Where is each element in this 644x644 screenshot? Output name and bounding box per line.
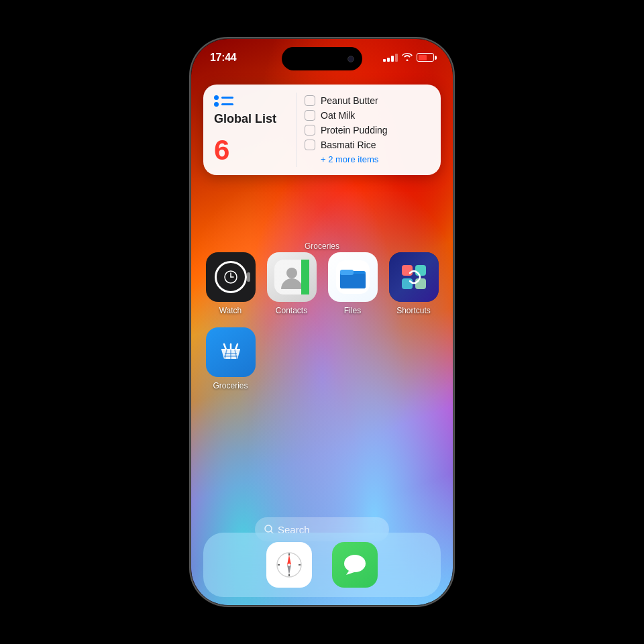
svg-point-36	[344, 555, 366, 572]
status-time: 17:44	[210, 52, 236, 64]
item-label-3: Protein Pudding	[321, 125, 388, 136]
checkbox-3[interactable]	[305, 125, 315, 136]
widget-category-label: Groceries	[305, 241, 339, 251]
app-grid-row1: Watch	[203, 252, 441, 315]
app-shortcuts[interactable]: Shortcuts	[386, 252, 441, 315]
svg-line-17	[224, 344, 226, 350]
app-grid-row2: Groceries	[203, 327, 441, 390]
widget-item-3: Protein Pudding	[305, 125, 430, 136]
contacts-icon	[267, 252, 317, 302]
widget-item-2: Oat Milk	[305, 110, 430, 121]
phone-screen: 17:44	[191, 39, 453, 605]
camera-dot	[347, 56, 354, 62]
svg-rect-15	[415, 278, 426, 289]
svg-rect-12	[402, 265, 413, 276]
widget-divider	[296, 93, 297, 167]
contacts-label: Contacts	[276, 306, 307, 315]
svg-rect-13	[415, 265, 426, 276]
widget-left-panel: Global List 6	[214, 95, 288, 164]
safari-icon	[266, 542, 312, 588]
widget-item-4: Basmati Rice	[305, 140, 430, 150]
svg-rect-6	[301, 260, 309, 294]
groceries-label: Groceries	[213, 381, 248, 390]
widget-right-panel: Peanut Butter Oat Milk Protein Pudding B…	[305, 95, 430, 164]
groceries-icon	[206, 327, 256, 377]
item-label-1: Peanut Butter	[321, 95, 378, 106]
item-label-4: Basmati Rice	[321, 140, 376, 150]
svg-rect-14	[402, 278, 413, 289]
checkbox-2[interactable]	[305, 110, 315, 121]
wifi-icon	[402, 52, 413, 63]
app-contacts[interactable]: Contacts	[264, 252, 319, 315]
svg-rect-10	[340, 274, 366, 288]
battery-icon	[417, 53, 434, 62]
list-icon	[214, 95, 288, 107]
messages-icon	[332, 542, 378, 588]
dock	[203, 533, 441, 597]
watch-icon	[206, 252, 256, 302]
dynamic-island	[282, 47, 362, 70]
app-groceries[interactable]: Groceries	[203, 327, 258, 390]
widget-count: 6	[214, 136, 288, 164]
app-files[interactable]: Files	[325, 252, 380, 315]
checkbox-4[interactable]	[305, 140, 315, 150]
shortcuts-label: Shortcuts	[396, 306, 431, 315]
dock-safari[interactable]	[266, 542, 312, 588]
svg-line-18	[235, 344, 237, 350]
app-watch[interactable]: Watch	[203, 252, 258, 315]
svg-rect-11	[340, 270, 354, 275]
reminders-widget[interactable]: Global List 6 Peanut Butter Oat Milk Pro…	[203, 85, 441, 175]
widget-item-1: Peanut Butter	[305, 95, 430, 106]
files-icon	[328, 252, 378, 302]
checkbox-1[interactable]	[305, 95, 315, 106]
dock-messages[interactable]	[332, 542, 378, 588]
signal-icon	[383, 54, 398, 62]
files-label: Files	[344, 306, 361, 315]
item-label-2: Oat Milk	[321, 110, 355, 121]
shortcuts-icon	[389, 252, 439, 302]
battery-fill	[419, 55, 427, 60]
svg-point-4	[286, 268, 297, 278]
widget-title: Global List	[214, 112, 288, 126]
more-items-link[interactable]: + 2 more items	[305, 154, 430, 164]
watch-label: Watch	[219, 306, 242, 315]
status-icons	[383, 52, 434, 63]
phone-frame: 17:44	[191, 39, 453, 605]
